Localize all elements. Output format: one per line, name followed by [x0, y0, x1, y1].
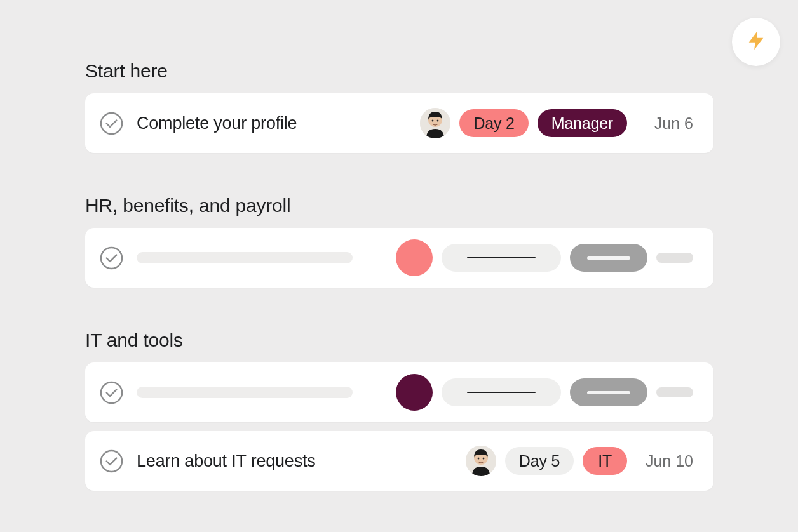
placeholder-tag — [442, 244, 561, 272]
tag-team[interactable]: IT — [583, 447, 627, 475]
section-title-start: Start here — [85, 60, 713, 82]
svg-point-4 — [437, 119, 439, 121]
task-title: Complete your profile — [137, 114, 420, 133]
placeholder-title — [137, 387, 353, 398]
task-row-placeholder-it[interactable] — [85, 362, 713, 422]
task-row-complete-profile[interactable]: Complete your profile Day 2 Manager Jun … — [85, 93, 713, 153]
task-title: Learn about IT requests — [137, 451, 466, 471]
lightning-button[interactable] — [732, 18, 780, 66]
placeholder-tag — [570, 244, 647, 272]
section-title-hr: HR, benefits, and payroll — [85, 195, 713, 216]
task-list-container: Start here Complete your profile — [0, 0, 798, 491]
check-circle-icon[interactable] — [99, 449, 124, 474]
section-title-it: IT and tools — [85, 329, 713, 351]
assignee-avatar[interactable] — [420, 108, 450, 138]
svg-point-11 — [482, 457, 484, 459]
task-row-it-requests[interactable]: Learn about IT requests Day 5 IT Jun 10 — [85, 431, 713, 491]
task-meta — [396, 374, 693, 411]
assignee-avatar[interactable] — [466, 446, 496, 476]
placeholder-date — [656, 387, 693, 397]
svg-point-6 — [101, 382, 122, 402]
svg-point-5 — [101, 247, 122, 268]
svg-point-3 — [432, 119, 434, 121]
placeholder-date — [656, 253, 693, 263]
task-date: Jun 10 — [644, 452, 693, 470]
placeholder-tag — [570, 378, 647, 406]
check-circle-icon[interactable] — [99, 380, 124, 405]
tag-day[interactable]: Day 5 — [505, 447, 574, 475]
placeholder-title — [137, 252, 353, 263]
tag-day[interactable]: Day 2 — [459, 109, 528, 137]
tag-role[interactable]: Manager — [538, 109, 627, 137]
svg-point-7 — [101, 450, 122, 471]
check-circle-icon[interactable] — [99, 246, 124, 270]
task-row-placeholder-hr[interactable] — [85, 228, 713, 288]
task-meta: Day 5 IT Jun 10 — [466, 446, 693, 476]
check-circle-icon[interactable] — [99, 111, 124, 136]
placeholder-avatar — [396, 239, 433, 276]
task-meta: Day 2 Manager Jun 6 — [420, 108, 693, 138]
svg-point-10 — [477, 457, 479, 459]
task-meta — [396, 239, 693, 276]
svg-point-0 — [101, 112, 122, 133]
task-date: Jun 6 — [644, 114, 693, 133]
placeholder-tag — [442, 378, 561, 406]
placeholder-avatar — [396, 374, 433, 411]
lightning-icon — [745, 30, 767, 54]
